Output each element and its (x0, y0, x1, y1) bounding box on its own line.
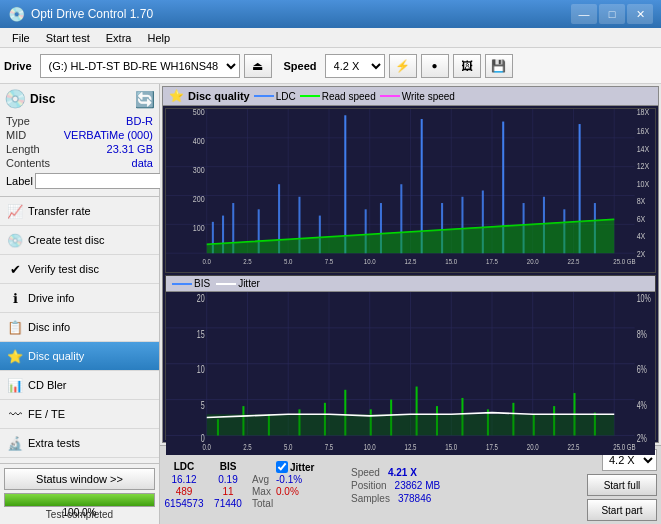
progress-bar: 100.0% (4, 493, 155, 507)
disc-type-row: Type BD-R (4, 114, 155, 128)
svg-text:16X: 16X (637, 126, 650, 136)
menu-extra[interactable]: Extra (98, 30, 140, 46)
position-value: 23862 MB (395, 480, 441, 491)
sidebar-item-disc-info[interactable]: 📋 Disc info (0, 313, 159, 342)
sidebar-item-label: FE / TE (28, 408, 65, 420)
disc-refresh-icon[interactable]: 🔄 (135, 90, 155, 109)
stats-total-row: 6154573 71440 Total (164, 498, 331, 509)
bis-header: BIS (208, 461, 248, 473)
svg-text:15.0: 15.0 (445, 442, 457, 453)
minimize-button[interactable]: — (571, 4, 597, 24)
legend-label-ldc: LDC (276, 91, 296, 102)
sidebar: 💿 Disc 🔄 Type BD-R MID VERBATiMe (000) L… (0, 84, 160, 524)
avg-jitter: -0.1% (276, 474, 331, 485)
app-title: Opti Drive Control 1.70 (31, 7, 571, 21)
legend-color-read (300, 95, 320, 97)
disc-mid-value: VERBATiMe (000) (64, 129, 153, 141)
lower-chart: BIS Jitter (165, 275, 656, 440)
svg-text:4%: 4% (637, 399, 648, 412)
content-area: ⭐ Disc quality LDC Read speed Write spee… (160, 84, 661, 524)
speed-label: Speed (284, 60, 317, 72)
svg-text:12.5: 12.5 (405, 442, 417, 453)
sidebar-item-label: Create test disc (28, 234, 104, 246)
disc-type-label: Type (6, 115, 30, 127)
svg-text:2.5: 2.5 (243, 442, 252, 453)
toolbar-btn-2[interactable]: ● (421, 54, 449, 78)
speed-stat-value: 4.21 X (388, 467, 417, 478)
sidebar-status: Status window >> 100.0% Test completed (0, 463, 159, 524)
sidebar-item-fe-te[interactable]: 〰 FE / TE (0, 400, 159, 429)
drive-select[interactable]: (G:) HL-DT-ST BD-RE WH16NS48 1.D3 (40, 54, 240, 78)
svg-text:300: 300 (193, 165, 205, 175)
label-input[interactable] (35, 173, 168, 189)
sidebar-item-label: Disc quality (28, 350, 84, 362)
sidebar-item-verify-test-disc[interactable]: ✔ Verify test disc (0, 255, 159, 284)
speed-select-toolbar[interactable]: 4.2 X (325, 54, 385, 78)
stats-header-row: LDC BIS Jitter (164, 461, 331, 473)
create-test-disc-icon: 💿 (6, 231, 24, 249)
progress-bar-fill (5, 494, 154, 506)
disc-mid-row: MID VERBATiMe (000) (4, 128, 155, 142)
verify-test-disc-icon: ✔ (6, 260, 24, 278)
upper-chart: 500 400 300 200 100 18X 16X 14X 12X 10X … (165, 108, 656, 273)
svg-text:400: 400 (193, 136, 205, 146)
svg-text:8%: 8% (637, 327, 648, 340)
svg-text:20: 20 (197, 292, 205, 304)
legend-label-jitter: Jitter (238, 278, 260, 289)
menu-help[interactable]: Help (139, 30, 178, 46)
svg-text:17.5: 17.5 (486, 442, 498, 453)
legend-color-write (380, 95, 400, 97)
toolbar-btn-4[interactable]: 💾 (485, 54, 513, 78)
sidebar-item-disc-quality[interactable]: ⭐ Disc quality (0, 342, 159, 371)
svg-text:5: 5 (201, 399, 205, 412)
svg-text:5.0: 5.0 (284, 442, 293, 453)
sidebar-item-label: Drive info (28, 292, 74, 304)
action-area: 4.2 X Start full Start part (587, 449, 657, 521)
svg-text:7.5: 7.5 (325, 442, 334, 453)
jitter-checkbox[interactable] (276, 461, 288, 473)
svg-text:10.0: 10.0 (364, 442, 376, 453)
legend-label-bis: BIS (194, 278, 210, 289)
avg-bis: 0.19 (208, 474, 248, 485)
toolbar-btn-3[interactable]: 🖼 (453, 54, 481, 78)
start-part-button[interactable]: Start part (587, 499, 657, 521)
close-button[interactable]: ✕ (627, 4, 653, 24)
sidebar-item-cd-bler[interactable]: 📊 CD Bler (0, 371, 159, 400)
speed-stat-label: Speed (351, 467, 380, 478)
menu-file[interactable]: File (4, 30, 38, 46)
sidebar-item-create-test-disc[interactable]: 💿 Create test disc (0, 226, 159, 255)
sidebar-item-drive-info[interactable]: ℹ Drive info (0, 284, 159, 313)
svg-text:15.0: 15.0 (445, 258, 457, 266)
disc-contents-value: data (132, 157, 153, 169)
eject-button[interactable]: ⏏ (244, 54, 272, 78)
svg-text:17.5: 17.5 (486, 258, 498, 266)
disc-icon: 💿 (4, 88, 26, 110)
legend-label-read: Read speed (322, 91, 376, 102)
svg-text:2X: 2X (637, 249, 646, 259)
svg-text:14X: 14X (637, 144, 650, 154)
menu-bar: File Start test Extra Help (0, 28, 661, 48)
start-full-button[interactable]: Start full (587, 474, 657, 496)
disc-header: 💿 Disc 🔄 (4, 88, 155, 110)
disc-contents-label: Contents (6, 157, 50, 169)
status-window-button[interactable]: Status window >> (4, 468, 155, 490)
label-text: Label (6, 175, 33, 187)
cd-bler-icon: 📊 (6, 376, 24, 394)
disc-length-value: 23.31 GB (107, 143, 153, 155)
sidebar-item-transfer-rate[interactable]: 📈 Transfer rate (0, 197, 159, 226)
disc-length-row: Length 23.31 GB (4, 142, 155, 156)
svg-text:6X: 6X (637, 214, 646, 224)
toolbar-btn-1[interactable]: ⚡ (389, 54, 417, 78)
maximize-button[interactable]: □ (599, 4, 625, 24)
total-bis: 71440 (208, 498, 248, 509)
sidebar-item-extra-tests[interactable]: 🔬 Extra tests (0, 429, 159, 458)
disc-contents-row: Contents data (4, 156, 155, 170)
svg-text:0.0: 0.0 (203, 258, 212, 266)
svg-text:0.0: 0.0 (203, 442, 212, 453)
disc-type-value: BD-R (126, 115, 153, 127)
legend-color-bis (172, 283, 192, 285)
disc-length-label: Length (6, 143, 40, 155)
sidebar-item-label: Extra tests (28, 437, 80, 449)
menu-start-test[interactable]: Start test (38, 30, 98, 46)
svg-text:25.0 GB: 25.0 GB (613, 258, 636, 266)
